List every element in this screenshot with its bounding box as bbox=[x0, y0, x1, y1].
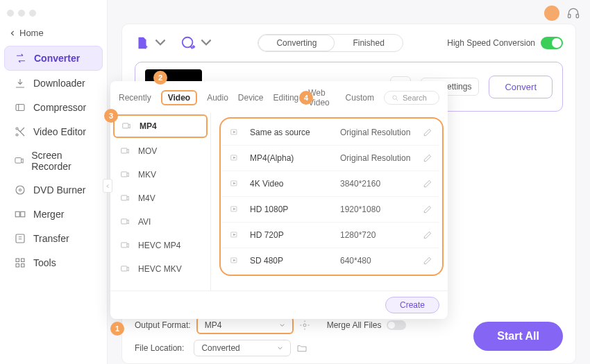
annotation-badge-2: 2 bbox=[153, 71, 167, 85]
preset-resolution: Original Resolution bbox=[340, 153, 423, 163]
svg-rect-23 bbox=[121, 172, 127, 177]
add-file-button[interactable] bbox=[135, 35, 168, 51]
high-speed-label: High Speed Conversion bbox=[447, 38, 535, 48]
tab-editing[interactable]: Editing bbox=[273, 93, 299, 103]
play-icon bbox=[229, 230, 240, 240]
svg-point-20 bbox=[393, 95, 397, 99]
high-speed-toggle[interactable] bbox=[541, 37, 563, 49]
svg-rect-22 bbox=[121, 148, 127, 153]
svg-rect-10 bbox=[22, 259, 25, 262]
tab-custom[interactable]: Custom bbox=[346, 93, 374, 103]
tab-video[interactable]: Video bbox=[161, 90, 197, 105]
start-all-button[interactable]: Start All bbox=[473, 322, 563, 351]
sidebar-item-screen-recorder[interactable]: Screen Recorder bbox=[4, 144, 103, 177]
create-button[interactable]: Create bbox=[385, 297, 439, 313]
download-icon bbox=[14, 77, 26, 89]
sidebar-item-video-editor[interactable]: Video Editor bbox=[4, 120, 103, 144]
edit-icon[interactable] bbox=[423, 205, 432, 214]
format-item-mkv[interactable]: MKV bbox=[110, 163, 210, 187]
preset-resolution: 3840*2160 bbox=[340, 179, 423, 189]
preset-name: Same as source bbox=[250, 128, 340, 137]
edit-icon[interactable] bbox=[423, 256, 432, 266]
add-file-icon bbox=[135, 35, 150, 51]
format-item-hevc-mkv[interactable]: HEVC MKV bbox=[110, 257, 210, 281]
merge-toggle[interactable] bbox=[387, 320, 406, 330]
add-folder-button[interactable] bbox=[180, 35, 214, 51]
edit-icon[interactable] bbox=[423, 230, 432, 240]
window-controls bbox=[0, 6, 107, 24]
svg-point-5 bbox=[19, 189, 22, 191]
merge-icon bbox=[14, 208, 26, 220]
format-item-hevc-mp4[interactable]: HEVC MP4 bbox=[110, 234, 210, 257]
preset-row[interactable]: Same as sourceOriginal Resolution bbox=[222, 120, 439, 146]
play-icon bbox=[229, 256, 240, 266]
home-back[interactable]: Home bbox=[0, 24, 107, 45]
sidebar-item-tools[interactable]: Tools bbox=[4, 251, 103, 275]
sidebar-item-converter[interactable]: Converter bbox=[4, 46, 103, 71]
transfer-icon bbox=[14, 232, 26, 245]
format-popup: Recently Video Audio Device Editing Web … bbox=[110, 81, 448, 319]
chevron-left-icon bbox=[10, 31, 15, 36]
preset-row[interactable]: HD 720P1280*720 bbox=[222, 223, 439, 248]
play-icon bbox=[229, 128, 240, 137]
support-icon[interactable] bbox=[566, 6, 580, 20]
play-icon bbox=[229, 153, 240, 163]
svg-rect-11 bbox=[16, 264, 19, 268]
settings-gear-icon[interactable] bbox=[299, 320, 310, 331]
sidebar-item-merger[interactable]: Merger bbox=[4, 202, 103, 226]
svg-rect-24 bbox=[121, 196, 127, 200]
avatar[interactable] bbox=[544, 6, 559, 21]
annotation-badge-1: 1 bbox=[110, 322, 124, 336]
preset-row[interactable]: MP4(Alpha)Original Resolution bbox=[222, 146, 439, 171]
preset-name: MP4(Alpha) bbox=[250, 153, 340, 163]
edit-icon[interactable] bbox=[423, 179, 432, 189]
sidebar-item-label: Video Editor bbox=[33, 126, 86, 137]
sidebar-item-transfer[interactable]: Transfer bbox=[4, 227, 103, 250]
tab-device[interactable]: Device bbox=[238, 93, 264, 103]
edit-icon[interactable] bbox=[423, 153, 432, 163]
sidebar-item-label: Compressor bbox=[33, 102, 86, 113]
tab-converting[interactable]: Converting bbox=[258, 35, 335, 51]
tab-finished[interactable]: Finished bbox=[335, 35, 402, 51]
svg-rect-7 bbox=[21, 211, 25, 217]
svg-point-1 bbox=[16, 128, 18, 130]
play-icon bbox=[229, 179, 240, 189]
record-icon bbox=[14, 155, 24, 167]
chevron-down-icon bbox=[199, 35, 214, 51]
preset-resolution: 1920*1080 bbox=[340, 205, 423, 214]
chevron-left-icon bbox=[106, 184, 110, 189]
svg-rect-13 bbox=[568, 15, 571, 18]
folder-open-icon[interactable] bbox=[296, 343, 307, 354]
file-location-select[interactable]: Converted bbox=[194, 340, 291, 356]
popup-tabs: Recently Video Audio Device Editing Web … bbox=[110, 81, 448, 113]
sidebar-collapse-handle[interactable] bbox=[103, 179, 112, 193]
compress-icon bbox=[14, 101, 26, 114]
status-segmented[interactable]: Converting Finished bbox=[258, 34, 403, 52]
sidebar-item-label: Tools bbox=[33, 257, 56, 268]
format-item-avi[interactable]: AVI bbox=[110, 210, 210, 234]
format-item-mov[interactable]: MOV bbox=[110, 139, 210, 163]
sidebar-item-downloader[interactable]: Downloader bbox=[4, 71, 103, 95]
tab-audio[interactable]: Audio bbox=[207, 93, 228, 103]
preset-row[interactable]: SD 480P640*480 bbox=[222, 248, 439, 273]
search-input[interactable]: Search bbox=[384, 91, 439, 105]
preset-name: HD 720P bbox=[250, 230, 340, 240]
format-label: MKV bbox=[138, 170, 156, 180]
add-circle-icon bbox=[180, 35, 196, 51]
format-item-m4v[interactable]: M4V bbox=[110, 187, 210, 210]
preset-row[interactable]: 4K Video3840*2160 bbox=[222, 171, 439, 197]
format-item-mp4[interactable]: MP4 bbox=[113, 114, 208, 138]
convert-button[interactable]: Convert bbox=[489, 76, 553, 98]
video-format-icon bbox=[119, 146, 131, 156]
sidebar-item-dvd-burner[interactable]: DVD Burner bbox=[4, 178, 103, 202]
svg-rect-6 bbox=[15, 211, 19, 217]
merge-label: Merge All Files bbox=[327, 320, 382, 330]
edit-icon[interactable] bbox=[423, 128, 432, 137]
preset-resolution: 1280*720 bbox=[340, 230, 423, 240]
svg-rect-14 bbox=[576, 15, 578, 18]
sidebar-item-compressor[interactable]: Compressor bbox=[4, 96, 103, 119]
sidebar-item-label: Converter bbox=[34, 53, 80, 64]
tab-recently[interactable]: Recently bbox=[119, 93, 151, 103]
video-format-icon bbox=[120, 121, 133, 131]
preset-row[interactable]: HD 1080P1920*1080 bbox=[222, 197, 439, 223]
